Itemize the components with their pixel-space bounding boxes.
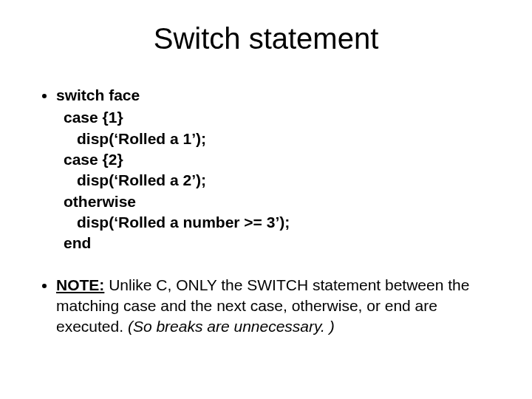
code-line-case1: case {1} — [56, 107, 502, 128]
code-line-switch: switch face — [56, 86, 140, 103]
note-bullet: NOTE: Unlike C, ONLY the SWITCH statemen… — [56, 275, 502, 338]
slide: Switch statement switch face case {1} di… — [0, 0, 532, 399]
note-label: NOTE: — [56, 276, 104, 293]
code-line-otherwise: otherwise — [56, 191, 502, 212]
code-line-disp3: disp(‘Rolled a number >= 3’); — [56, 212, 502, 233]
code-bullet: switch face case {1} disp(‘Rolled a 1’);… — [56, 85, 502, 254]
code-line-case2: case {2} — [56, 149, 502, 170]
code-line-disp1: disp(‘Rolled a 1’); — [56, 129, 502, 149]
slide-title: Switch statement — [30, 22, 502, 55]
content-list: switch face case {1} disp(‘Rolled a 1’);… — [30, 85, 502, 338]
code-line-disp2: disp(‘Rolled a 2’); — [56, 170, 502, 191]
code-block: case {1} disp(‘Rolled a 1’); case {2} di… — [56, 107, 502, 253]
code-line-end: end — [56, 233, 502, 253]
note-tail: (So breaks are unnecessary. ) — [128, 318, 335, 335]
